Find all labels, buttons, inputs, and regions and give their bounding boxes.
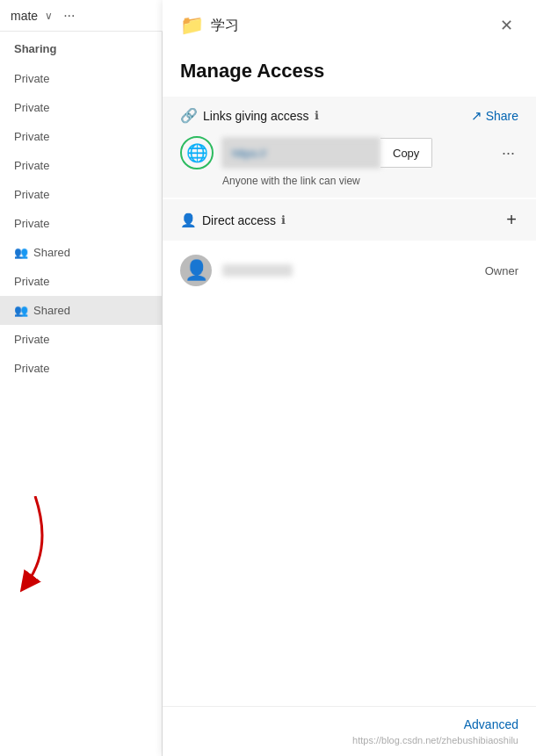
sidebar-item-label: Private — [14, 188, 49, 201]
copy-button[interactable]: Copy — [380, 138, 432, 168]
direct-access-header-left: 👤 Direct access ℹ — [180, 212, 286, 228]
sidebar-item-label: Private — [14, 101, 49, 114]
sidebar-item-10[interactable]: Private — [0, 325, 162, 354]
more-link-options-button[interactable]: ··· — [498, 144, 518, 162]
page-title: Manage Access — [163, 51, 536, 97]
direct-access-icon: 👤 — [180, 212, 197, 228]
sidebar-item-1[interactable]: Private — [0, 64, 162, 93]
panel-header: 📁 学习 ✕ — [163, 0, 536, 51]
sidebar-item-6[interactable]: Private — [0, 209, 162, 238]
user-name — [222, 264, 293, 277]
avatar-icon: 👤 — [185, 259, 208, 282]
sidebar-item-label: Private — [14, 72, 49, 85]
manage-access-panel: 📁 学习 ✕ Manage Access 🔗 Links giving acce… — [163, 0, 536, 756]
folder-title-inner: 📁 学习 — [180, 14, 239, 37]
direct-access-title: Direct access — [202, 213, 276, 227]
sidebar-items: PrivatePrivatePrivatePrivatePrivatePriva… — [0, 64, 162, 383]
app-name: mate — [11, 9, 38, 23]
avatar: 👤 — [180, 255, 212, 286]
close-button[interactable]: ✕ — [495, 16, 518, 35]
sidebar-item-5[interactable]: Private — [0, 180, 162, 209]
folder-name: 学习 — [211, 17, 239, 35]
advanced-button[interactable]: Advanced — [464, 717, 518, 731]
bottom-bar: Advanced https://blog.csdn.net/zhebushib… — [163, 706, 536, 756]
spacer — [163, 299, 536, 756]
globe-icon: 🌐 — [186, 142, 208, 163]
links-section-title: Links giving access — [203, 109, 309, 123]
link-url-input[interactable] — [222, 138, 380, 168]
link-row: 🌐 Copy ··· — [180, 136, 518, 169]
shared-icon: 👥 — [14, 304, 28, 317]
link-input-group: Copy — [222, 138, 489, 168]
direct-access-section: 👤 Direct access ℹ + — [163, 199, 536, 241]
sidebar-item-label: Private — [14, 333, 49, 346]
links-info-icon[interactable]: ℹ — [315, 109, 319, 122]
folder-title-row: 📁 学习 ✕ — [180, 14, 518, 37]
sidebar-item-label: Private — [14, 217, 49, 230]
watermark-text: https://blog.csdn.net/zhebushibiaoshilu — [352, 735, 518, 745]
sidebar-item-11[interactable]: Private — [0, 354, 162, 383]
direct-access-info-icon[interactable]: ℹ — [281, 213, 286, 227]
share-icon: ↗ — [471, 108, 482, 124]
chevron-icon: ∨ — [45, 10, 53, 22]
links-section: 🔗 Links giving access ℹ ↗ Share 🌐 Copy ·… — [163, 97, 536, 198]
sidebar-item-label: Shared — [33, 246, 70, 259]
user-role: Owner — [485, 264, 518, 277]
sidebar-item-2[interactable]: Private — [0, 93, 162, 122]
add-access-button[interactable]: + — [504, 210, 518, 230]
top-bar: mate ∨ ··· — [0, 0, 163, 32]
link-chain-icon: 🔗 — [180, 107, 198, 124]
sidebar-item-9[interactable]: 👥Shared — [0, 296, 162, 325]
sidebar-item-label: Shared — [33, 304, 70, 317]
sidebar-item-label: Private — [14, 130, 49, 143]
sidebar-item-label: Private — [14, 362, 49, 375]
sidebar-item-8[interactable]: Private — [0, 267, 162, 296]
folder-icon: 📁 — [180, 14, 204, 37]
sidebar: mate ∨ ··· Sharing PrivatePrivatePrivate… — [0, 0, 163, 756]
sidebar-item-7[interactable]: 👥Shared — [0, 238, 162, 267]
sharing-section-label: Sharing — [0, 35, 162, 64]
share-button[interactable]: ↗ Share — [471, 108, 518, 124]
links-section-header-left: 🔗 Links giving access ℹ — [180, 107, 319, 124]
more-options-icon[interactable]: ··· — [63, 8, 75, 24]
user-row: 👤 Owner — [163, 242, 536, 299]
shared-icon: 👥 — [14, 246, 28, 259]
sidebar-item-label: Private — [14, 159, 49, 172]
globe-icon-wrap: 🌐 — [180, 136, 214, 169]
links-section-header: 🔗 Links giving access ℹ ↗ Share — [180, 107, 518, 124]
sidebar-item-label: Private — [14, 275, 49, 288]
sidebar-item-3[interactable]: Private — [0, 122, 162, 151]
sidebar-item-4[interactable]: Private — [0, 151, 162, 180]
link-caption: Anyone with the link can view — [222, 175, 518, 187]
direct-access-header: 👤 Direct access ℹ + — [180, 210, 518, 230]
share-label: Share — [486, 109, 518, 123]
